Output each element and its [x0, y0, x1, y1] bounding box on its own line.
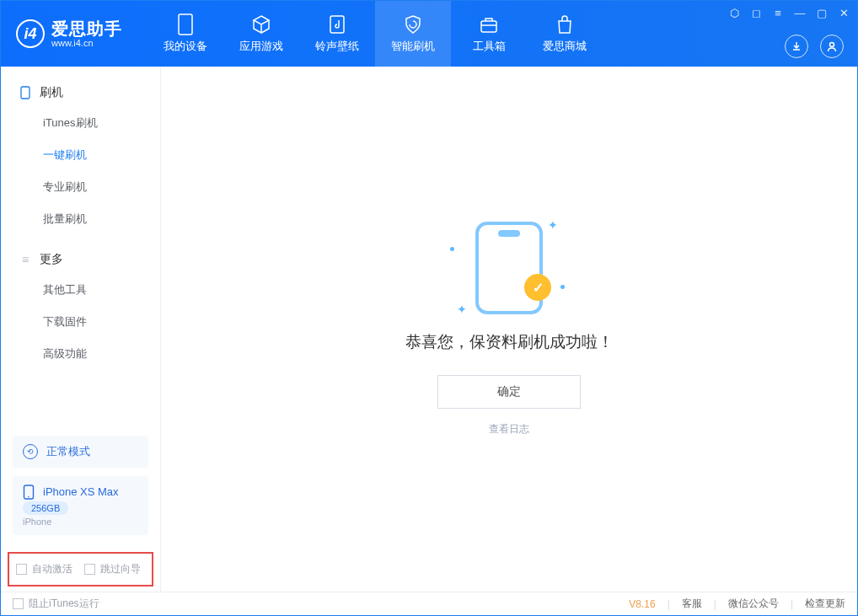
- status-bar: 阻止iTunes运行 V8.16 | 客服 | 微信公众号 | 检查更新: [1, 592, 857, 615]
- divider: |: [791, 598, 793, 610]
- music-file-icon: [326, 13, 348, 35]
- close-icon[interactable]: ✕: [837, 6, 850, 19]
- app-name-en: www.i4.cn: [51, 38, 122, 48]
- success-title: 恭喜您，保资料刷机成功啦！: [405, 331, 614, 353]
- checkbox-icon: [84, 564, 95, 575]
- footer-link-support[interactable]: 客服: [682, 597, 702, 611]
- svg-rect-4: [21, 87, 29, 99]
- tab-ringtones-wallpapers[interactable]: 铃声壁纸: [299, 1, 375, 67]
- tab-label: 我的设备: [164, 39, 207, 54]
- logo: i4 爱思助手 www.i4.cn: [1, 19, 137, 48]
- sidebar-nav: 刷机 iTunes刷机 一键刷机 专业刷机 批量刷机 ≡ 更多 其他工具 下载固…: [1, 67, 160, 427]
- tab-my-device[interactable]: 我的设备: [147, 1, 223, 67]
- minimize-icon[interactable]: —: [793, 6, 807, 19]
- sidebar-section-more: ≡ 更多: [1, 245, 160, 274]
- user-icon[interactable]: [820, 35, 844, 58]
- sidebar-item-download-firmware[interactable]: 下载固件: [1, 306, 160, 338]
- checkbox-block-itunes[interactable]: 阻止iTunes运行: [13, 597, 99, 611]
- skin-icon[interactable]: ⬡: [727, 6, 741, 19]
- divider: |: [668, 598, 670, 610]
- main-content: ✓ ✦ ✦ 恭喜您，保资料刷机成功啦！ 确定 查看日志: [161, 67, 857, 592]
- phone-outline-icon: [19, 87, 31, 99]
- checkbox-label: 跳过向导: [100, 562, 141, 576]
- section-title: 刷机: [40, 85, 63, 100]
- footer-link-update[interactable]: 检查更新: [805, 597, 845, 611]
- device-capacity: 256GB: [23, 501, 68, 515]
- highlighted-options: 自动激活 跳过向导: [8, 552, 153, 587]
- dot-icon: [560, 285, 565, 289]
- checkbox-auto-activate[interactable]: 自动激活: [16, 562, 72, 576]
- refresh-shield-icon: [402, 13, 424, 35]
- tab-apps-games[interactable]: 应用游戏: [223, 1, 299, 67]
- sidebar-item-itunes-flash[interactable]: iTunes刷机: [1, 107, 160, 139]
- sparkle-icon: ✦: [457, 303, 467, 316]
- tab-smart-flash[interactable]: 智能刷机: [375, 1, 451, 67]
- svg-point-6: [28, 496, 29, 498]
- ok-button[interactable]: 确定: [437, 375, 581, 409]
- download-icon[interactable]: [785, 35, 808, 58]
- toolbox-icon: [478, 13, 500, 35]
- tab-label: 爱思商城: [543, 39, 587, 54]
- sidebar-item-batch-flash[interactable]: 批量刷机: [1, 203, 160, 235]
- app-name-cn: 爱思助手: [51, 19, 122, 38]
- sidebar-item-other-tools[interactable]: 其他工具: [1, 274, 160, 306]
- view-log-link[interactable]: 查看日志: [489, 422, 529, 437]
- logo-icon: i4: [16, 19, 45, 48]
- sidebar-item-advanced[interactable]: 高级功能: [1, 338, 160, 370]
- device-icon: [174, 13, 196, 35]
- svg-point-3: [830, 43, 834, 47]
- mode-icon: ⟲: [23, 444, 38, 459]
- bag-icon: [554, 13, 576, 35]
- checkbox-skip-guide[interactable]: 跳过向导: [84, 562, 141, 576]
- tab-store[interactable]: 爱思商城: [527, 1, 603, 67]
- success-illustration: ✓ ✦ ✦: [475, 222, 543, 314]
- tab-label: 应用游戏: [239, 39, 283, 54]
- footer-right: V8.16 | 客服 | 微信公众号 | 检查更新: [629, 597, 845, 611]
- mode-card[interactable]: ⟲ 正常模式: [13, 436, 148, 468]
- tab-label: 工具箱: [473, 39, 506, 54]
- checkbox-label: 自动激活: [32, 562, 72, 576]
- check-badge-icon: ✓: [524, 274, 551, 301]
- svg-rect-0: [179, 14, 192, 35]
- tab-toolbox[interactable]: 工具箱: [451, 1, 527, 67]
- tab-label: 铃声壁纸: [315, 39, 359, 54]
- header-actions: [785, 35, 844, 58]
- maximize-icon[interactable]: ▢: [815, 6, 829, 19]
- device-phone-icon: [23, 485, 36, 498]
- sidebar-item-pro-flash[interactable]: 专业刷机: [1, 171, 160, 203]
- sparkle-icon: ✦: [548, 218, 558, 232]
- cube-icon: [250, 13, 272, 35]
- app-header: i4 爱思助手 www.i4.cn 我的设备 应用游戏 铃声壁纸 智能刷机 工具…: [1, 1, 857, 67]
- section-title: 更多: [40, 252, 63, 267]
- version-label: V8.16: [629, 598, 655, 610]
- tab-label: 智能刷机: [391, 39, 435, 54]
- app-body: 刷机 iTunes刷机 一键刷机 专业刷机 批量刷机 ≡ 更多 其他工具 下载固…: [1, 67, 857, 592]
- footer-link-wechat[interactable]: 微信公众号: [728, 597, 779, 611]
- checkbox-label: 阻止iTunes运行: [29, 597, 99, 611]
- feedback-icon[interactable]: ◻: [749, 6, 763, 19]
- list-icon: ≡: [19, 254, 31, 265]
- checkbox-icon: [13, 598, 24, 609]
- sidebar-item-oneclick-flash[interactable]: 一键刷机: [1, 139, 160, 171]
- mode-label: 正常模式: [46, 444, 90, 459]
- checkbox-icon: [16, 564, 27, 575]
- device-name: iPhone XS Max: [43, 485, 119, 498]
- divider: |: [714, 598, 716, 610]
- svg-rect-2: [481, 21, 496, 32]
- window-controls: ⬡ ◻ ≡ — ▢ ✕: [727, 6, 850, 19]
- device-card[interactable]: iPhone XS Max 256GB iPhone: [13, 476, 148, 535]
- sidebar: 刷机 iTunes刷机 一键刷机 专业刷机 批量刷机 ≡ 更多 其他工具 下载固…: [1, 67, 161, 592]
- menu-icon[interactable]: ≡: [771, 6, 785, 19]
- device-type: iPhone: [23, 517, 138, 527]
- dot-icon: [450, 247, 454, 251]
- sidebar-bottom: ⟲ 正常模式 iPhone XS Max 256GB iPhone: [1, 427, 160, 550]
- main-tabs: 我的设备 应用游戏 铃声壁纸 智能刷机 工具箱 爱思商城: [147, 1, 603, 67]
- logo-text: 爱思助手 www.i4.cn: [51, 19, 122, 48]
- phone-frame-icon: [475, 222, 543, 314]
- sidebar-section-flash: 刷机: [1, 78, 160, 107]
